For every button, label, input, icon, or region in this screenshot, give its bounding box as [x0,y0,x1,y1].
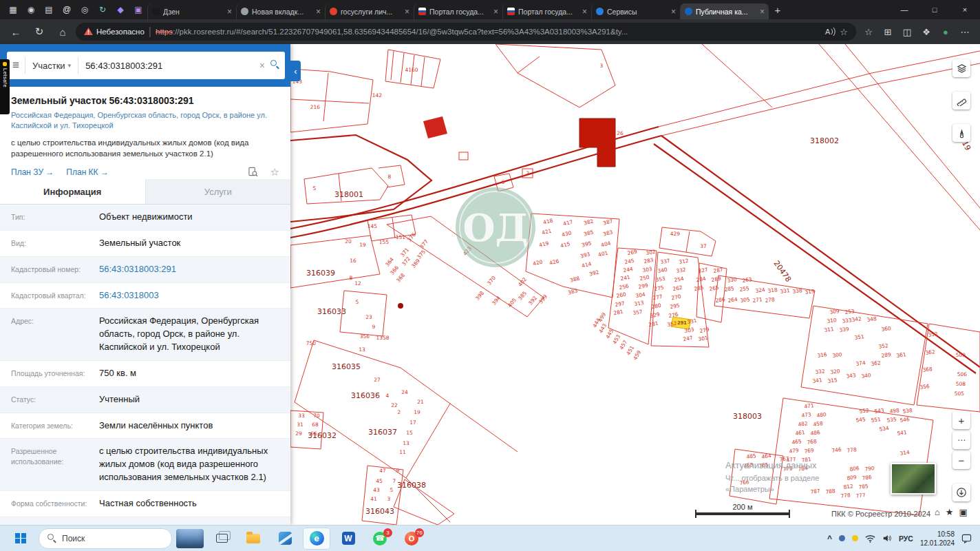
tab-close-icon[interactable]: × [316,7,321,17]
field-value: Частная собственность [99,497,281,510]
word-button[interactable]: W [334,528,362,550]
basemap-preview[interactable] [891,463,936,495]
split-screen-icon[interactable]: ◫ [897,27,917,37]
browser-tab[interactable]: Сервисы× [591,3,680,19]
tray-chevron-icon[interactable]: ^ [827,534,832,543]
my-location-button[interactable] [952,484,970,501]
tab-close-icon[interactable]: × [227,7,232,17]
doc-search-icon[interactable] [248,167,258,177]
browser-tab[interactable]: Портал госуда...× [414,3,502,19]
browser-tab[interactable]: Портал госуда...× [502,3,591,19]
panel-collapse-button[interactable]: ‹ [290,61,301,81]
start-button[interactable] [7,528,34,550]
menu-icon[interactable]: ≡ [12,59,19,72]
browser-red-button[interactable]: O 76 [398,528,425,550]
field-label: Разрешенное использование: [11,445,99,484]
zoom-out-button[interactable]: − [952,451,970,469]
minimize-button[interactable]: — [889,0,919,19]
pinned-tab-refresh-icon[interactable]: ↻ [94,5,111,14]
wifi-icon[interactable] [865,534,875,543]
pinned-tab-photo-icon[interactable]: ▣ [129,5,147,14]
speaker-icon[interactable] [882,534,892,543]
parcel-label: 256 [619,283,630,291]
home-map-icon[interactable]: ⌂ [935,507,940,517]
parcel-label: 506 [957,371,968,377]
read-aloud-icon[interactable]: A [825,28,835,36]
parcel-label: 286 [715,296,726,304]
favorite-star-icon[interactable]: ☆ [270,166,279,178]
paint-app-button[interactable] [271,528,299,550]
file-explorer-button[interactable] [239,528,267,550]
tab-close-icon[interactable]: × [405,7,409,17]
language-indicator[interactable]: РУС [899,534,913,543]
extensions-icon[interactable]: ❖ [917,27,936,37]
clock[interactable]: 10:58 12.01.2024 [920,530,955,548]
parcel-label: 465 [791,438,802,446]
marker-button[interactable] [952,124,970,142]
search-box: ≡ Участки ▾ × [7,52,285,79]
favorite-page-icon[interactable]: ☆ [840,27,848,37]
tray-status-icon[interactable] [852,535,858,541]
extension-colored-icon[interactable]: ● [936,27,955,37]
parcel-label: 809 [846,474,858,481]
tab-close-icon[interactable]: × [671,7,676,17]
parcel-label: 382 [583,218,594,226]
home-button[interactable]: ⌂ [52,22,73,41]
more-menu-icon[interactable]: ⋯ [955,27,974,37]
clear-search-icon[interactable]: × [259,60,265,71]
search-icon[interactable] [270,59,279,72]
fullscreen-icon[interactable]: ▣ [959,507,968,517]
pinned-tab-grid-icon[interactable]: ▦ [4,5,22,14]
panel-tab-information[interactable]: Информация [0,179,146,204]
widgets-thumbnail[interactable] [176,529,204,548]
field-value[interactable]: 56:43:0318003 [99,289,281,302]
taskbar-search[interactable]: Поиск [39,528,172,549]
pinned-tab-diamond-icon[interactable]: ◆ [111,5,129,14]
tab-close-icon[interactable]: × [493,7,498,17]
close-button[interactable]: × [950,0,980,19]
parcel-label: 348 [866,315,877,323]
field-label: Площадь уточненная: [11,367,99,380]
parcel-label: 362 [871,360,882,367]
pinned-tab-list-icon[interactable]: ▤ [40,5,58,14]
parcel-label: 395 [581,240,592,248]
refresh-button[interactable]: ↻ [29,22,50,41]
edge-button[interactable]: e [303,528,330,550]
layers-button[interactable] [952,59,970,77]
chevron-down-icon: ▾ [68,62,72,69]
tray-app-icon[interactable] [839,535,845,541]
favorites-icon[interactable]: ☆ [859,27,878,37]
notification-icon[interactable] [961,533,972,543]
pinned-tab-circle-icon[interactable]: ◎ [76,5,94,14]
plan-kk-link[interactable]: План КК → [66,167,109,177]
tab-close-icon[interactable]: × [760,7,765,17]
plan-zu-link[interactable]: План ЗУ → [11,167,54,177]
security-warning[interactable]: Небезопасно [84,28,145,36]
field-value[interactable]: 56:43:0318003:291 [99,263,281,276]
maximize-button[interactable]: □ [919,0,950,19]
pinned-tab-target-icon[interactable]: ◉ [22,5,40,14]
collections-icon[interactable]: ⊞ [878,27,897,37]
field-label: Категория земель: [11,419,99,433]
panel-tab-services[interactable]: Услуги [146,179,291,204]
back-button[interactable]: ← [6,22,26,41]
new-tab-button[interactable]: + [769,4,787,16]
zoom-in-button[interactable]: + [952,411,970,429]
star-map-icon[interactable]: ★ [946,507,954,517]
browser-tab[interactable]: госуслуги лич...× [325,3,414,19]
pinned-tab-mail-icon[interactable]: @ [58,5,76,14]
browser-tab[interactable]: Новая вкладк...× [236,3,325,19]
tab-close-icon[interactable]: × [582,7,587,17]
measure-button[interactable] [952,92,970,110]
address-bar[interactable]: Небезопасно | https://pkk.rosreestr.ru/#… [76,23,856,41]
browser-tab[interactable]: Публичная ка...× [680,3,769,19]
map-canvas[interactable]: 291 416014214321685326261451551512019168… [290,44,980,525]
browser-tab[interactable]: Дзен× [147,3,236,19]
search-category-dropdown[interactable]: Участки ▾ [25,57,78,74]
task-view-button[interactable] [208,528,235,550]
search-input[interactable] [84,60,254,72]
whatsapp-button[interactable]: ☎ 3 [366,528,394,550]
zoom-options-button[interactable]: ⋯ [952,431,970,449]
parcel-label: 5 [356,299,359,305]
extension-side-tab[interactable]: Letsafe [0,59,10,114]
